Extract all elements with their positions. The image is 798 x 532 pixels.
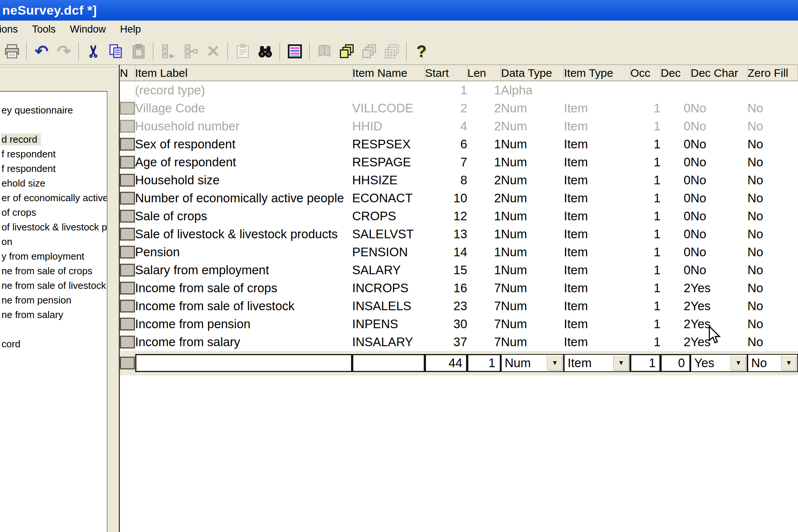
cell-zero-fill[interactable]: No bbox=[747, 261, 798, 279]
cell-dec[interactable]: 0 bbox=[661, 243, 690, 261]
cell-dec[interactable]: 2 bbox=[661, 279, 690, 297]
cell-zero-fill[interactable]: No bbox=[747, 333, 798, 351]
tree-item[interactable]: ne from sale of livestock bbox=[0, 278, 107, 293]
cell-label[interactable]: Age of respondent bbox=[135, 153, 352, 171]
cell-item-type[interactable]: Item bbox=[564, 261, 630, 279]
cell-zero-fill[interactable]: No bbox=[747, 99, 798, 117]
cell-occ[interactable]: 1 bbox=[630, 135, 661, 153]
cell-label[interactable]: Number of economically active people bbox=[135, 189, 352, 207]
tree-item[interactable]: ne from pension bbox=[0, 293, 107, 308]
cell-data-type[interactable]: Num bbox=[501, 207, 564, 225]
cell-occ[interactable]: 1 bbox=[630, 261, 661, 279]
tree-item[interactable]: y from employment bbox=[0, 249, 107, 264]
cell-name[interactable]: INCROPS bbox=[352, 279, 425, 297]
cell-len[interactable]: 2 bbox=[467, 189, 501, 207]
edit-dec-char-select[interactable]: Yes▼ bbox=[690, 354, 747, 372]
cell-data-type[interactable]: Alpha bbox=[501, 81, 564, 99]
cell-data-type[interactable]: Num bbox=[501, 333, 564, 351]
title-bar[interactable]: neSurvey.dcf *] bbox=[0, 0, 798, 21]
cell-zero-fill[interactable]: No bbox=[747, 189, 798, 207]
cell-zero-fill[interactable]: No bbox=[747, 243, 798, 261]
cell-data-type[interactable]: Num bbox=[501, 171, 564, 189]
cell-data-type[interactable]: Num bbox=[501, 279, 564, 297]
cell-name[interactable]: RESPAGE bbox=[352, 153, 425, 171]
copy-structure-icon[interactable] bbox=[338, 41, 356, 61]
cell-label[interactable]: Household size bbox=[135, 171, 352, 189]
cell-len[interactable]: 1 bbox=[467, 207, 501, 225]
menu-item-help[interactable]: Help bbox=[119, 23, 143, 36]
cell-zero-fill[interactable]: No bbox=[747, 315, 798, 333]
cell-zero-fill[interactable]: No bbox=[747, 153, 798, 171]
item-checkbox[interactable] bbox=[120, 357, 135, 369]
cell-len[interactable]: 1 bbox=[467, 81, 501, 99]
cell-name[interactable]: HHID bbox=[352, 117, 425, 135]
cell-label[interactable]: Sale of livestock & livestock products bbox=[135, 225, 352, 243]
cell-dec[interactable]: 2 bbox=[661, 315, 690, 333]
cell-item-type[interactable]: Item bbox=[564, 279, 630, 297]
cell-dec[interactable] bbox=[661, 81, 690, 99]
item-checkbox[interactable] bbox=[120, 102, 135, 115]
cell-item-type[interactable]: Item bbox=[564, 153, 630, 171]
tree-item[interactable]: ne from sale of crops bbox=[0, 264, 107, 278]
tree-item[interactable]: ey questionnaire bbox=[0, 103, 107, 118]
table-row[interactable]: Income from sale of cropsINCROPS167NumIt… bbox=[120, 279, 798, 297]
cell-item-type[interactable]: Item bbox=[564, 207, 630, 225]
cell-occ[interactable]: 1 bbox=[630, 207, 661, 225]
cell-start[interactable]: 8 bbox=[425, 171, 467, 189]
cell-data-type[interactable]: Num bbox=[501, 261, 564, 279]
cell-dec-char[interactable] bbox=[690, 81, 747, 99]
cell-dec[interactable]: 0 bbox=[661, 153, 690, 171]
cell-len[interactable]: 2 bbox=[467, 117, 501, 135]
cell-dec-char[interactable]: No bbox=[690, 153, 747, 171]
menu-item-window[interactable]: Window bbox=[69, 23, 108, 36]
cell-name[interactable]: INSALELS bbox=[352, 297, 425, 315]
item-checkbox[interactable] bbox=[120, 138, 135, 151]
table-row[interactable]: Household sizeHHSIZE82NumItem10NoNo bbox=[120, 171, 798, 189]
item-checkbox[interactable] bbox=[120, 228, 135, 241]
cell-dec-char[interactable]: No bbox=[690, 243, 747, 261]
table-row[interactable]: Household numberHHID42NumItem10NoNo bbox=[120, 117, 798, 135]
cell-label[interactable]: Sale of crops bbox=[135, 207, 352, 225]
cell-label[interactable]: Pension bbox=[135, 243, 352, 261]
cell-name[interactable]: VILLCODE bbox=[352, 99, 425, 117]
cell-item-type[interactable]: Item bbox=[564, 189, 630, 207]
cell-occ[interactable]: 1 bbox=[630, 333, 661, 351]
cell-occ[interactable]: 1 bbox=[630, 279, 661, 297]
cell-item-type[interactable]: Item bbox=[564, 135, 630, 153]
edit-dec-input[interactable]: 0 bbox=[661, 354, 690, 372]
cell-occ[interactable]: 1 bbox=[630, 189, 661, 207]
cell-dec-char[interactable]: Yes bbox=[690, 297, 747, 315]
edit-len-input[interactable]: 1 bbox=[467, 354, 501, 372]
tree-item[interactable]: of livestock & livestock pr bbox=[0, 220, 107, 235]
cell-dec[interactable]: 0 bbox=[661, 261, 690, 279]
cell-name[interactable]: SALELVST bbox=[352, 225, 425, 243]
cell-dec[interactable]: 0 bbox=[661, 117, 690, 135]
dropdown-arrow-icon[interactable]: ▼ bbox=[547, 356, 562, 371]
cell-occ[interactable]: 1 bbox=[630, 243, 661, 261]
cell-item-type[interactable] bbox=[564, 81, 630, 99]
cell-start[interactable]: 14 bbox=[425, 243, 467, 261]
cell-len[interactable]: 7 bbox=[467, 297, 501, 315]
cell-dec[interactable]: 2 bbox=[661, 297, 690, 315]
cell-len[interactable]: 2 bbox=[467, 99, 501, 117]
cell-start[interactable]: 2 bbox=[425, 99, 467, 117]
cell-item-type[interactable]: Item bbox=[564, 315, 630, 333]
item-checkbox[interactable] bbox=[120, 300, 135, 312]
cell-zero-fill[interactable]: No bbox=[747, 171, 798, 189]
layout-icon[interactable] bbox=[286, 41, 304, 61]
item-checkbox[interactable] bbox=[120, 210, 135, 223]
cell-data-type[interactable]: Num bbox=[501, 117, 564, 135]
tree-item[interactable]: d record bbox=[0, 132, 107, 147]
cut-icon[interactable]: ✂ bbox=[85, 41, 103, 61]
cell-data-type[interactable]: Num bbox=[501, 189, 564, 207]
cell-name[interactable]: RESPSEX bbox=[352, 135, 425, 153]
edit-zero-fill-select[interactable]: No▼ bbox=[747, 354, 798, 372]
cell-name[interactable]: CROPS bbox=[352, 207, 425, 225]
cell-dec-char[interactable]: No bbox=[690, 117, 747, 135]
cell-start[interactable]: 1 bbox=[425, 81, 467, 99]
cell-len[interactable]: 1 bbox=[467, 135, 501, 153]
cell-start[interactable]: 30 bbox=[425, 315, 467, 333]
cell-dec-char[interactable]: No bbox=[690, 225, 747, 243]
cell-data-type[interactable]: Num bbox=[501, 135, 564, 153]
table-row[interactable]: Sale of cropsCROPS121NumItem10NoNo bbox=[120, 207, 798, 225]
